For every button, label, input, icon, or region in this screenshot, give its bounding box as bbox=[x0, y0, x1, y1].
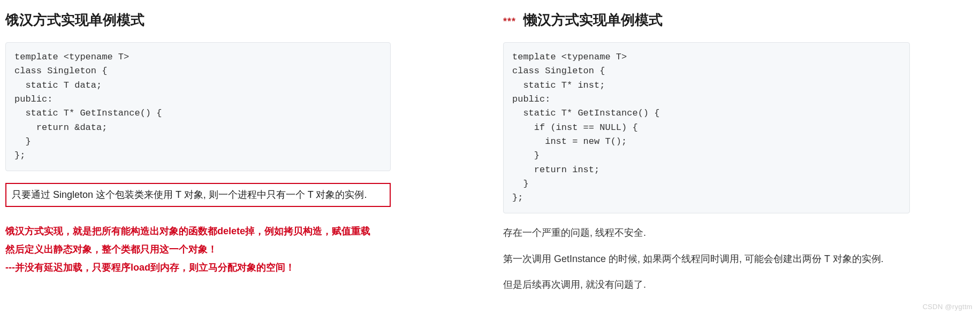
red-paragraph: 饿汉方式实现，就是把所有能构造出对象的函数都delete掉，例如拷贝构造，赋值重… bbox=[5, 222, 391, 240]
paragraph: 存在一个严重的问题, 线程不安全. bbox=[503, 225, 910, 241]
left-column: 饿汉方式实现单例模式 template <typename T> class S… bbox=[5, 11, 391, 303]
left-code-block: template <typename T> class Singleton { … bbox=[5, 42, 391, 171]
right-title-row: *** 懒汉方式实现单例模式 bbox=[503, 11, 910, 42]
right-paragraphs: 存在一个严重的问题, 线程不安全. 第一次调用 GetInstance 的时候,… bbox=[503, 225, 910, 293]
red-paragraph: 然后定义出静态对象，整个类都只用这一个对象！ bbox=[5, 240, 391, 258]
right-column: *** 懒汉方式实现单例模式 template <typename T> cla… bbox=[503, 11, 910, 303]
red-paragraph: ---并没有延迟加载，只要程序load到内存，则立马分配对象的空间！ bbox=[5, 258, 391, 276]
stars-marker: *** bbox=[503, 16, 516, 27]
right-code-block: template <typename T> class Singleton { … bbox=[503, 42, 910, 213]
paragraph: 第一次调用 GetInstance 的时候, 如果两个线程同时调用, 可能会创建… bbox=[503, 251, 910, 267]
right-title: 懒汉方式实现单例模式 bbox=[523, 11, 663, 29]
content-container: 饿汉方式实现单例模式 template <typename T> class S… bbox=[0, 0, 980, 314]
left-red-paragraphs: 饿汉方式实现，就是把所有能构造出对象的函数都delete掉，例如拷贝构造，赋值重… bbox=[5, 222, 391, 277]
left-boxed-note: 只要通过 Singleton 这个包装类来使用 T 对象, 则一个进程中只有一个… bbox=[5, 183, 391, 207]
watermark: CSDN @rygttm bbox=[923, 303, 973, 311]
left-title: 饿汉方式实现单例模式 bbox=[5, 11, 391, 29]
paragraph: 但是后续再次调用, 就没有问题了. bbox=[503, 277, 910, 293]
